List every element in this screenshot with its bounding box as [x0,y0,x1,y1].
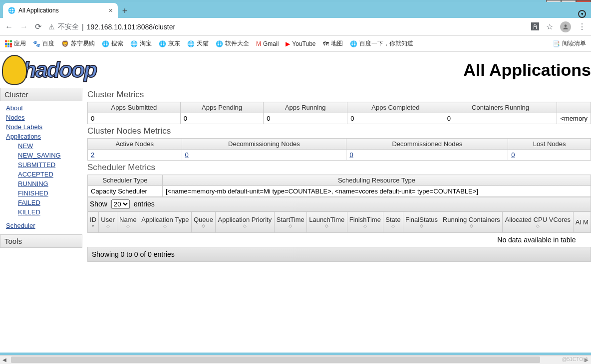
td-value: 0 [347,113,444,124]
nav-about[interactable]: About [6,103,82,113]
col-id[interactable]: ID▾ [88,212,99,233]
col-apptype[interactable]: Application Type◇ [139,212,191,233]
hadoop-logo: hadoop [2,55,96,85]
separator: | [82,23,84,31]
nav-nodes[interactable]: Nodes [6,113,82,122]
svg-point-0 [565,24,567,27]
applications-table: ID▾ User◇ Name◇ Application Type◇ Queue◇… [87,211,591,247]
col-queue[interactable]: Queue◇ [191,212,215,233]
reload-button[interactable]: ⟳ [35,22,41,31]
nodes-metrics-table: Active Nodes Decommissioning Nodes Decom… [87,138,591,161]
scroll-left-icon[interactable]: ◀ [0,357,9,363]
sidebar-heading-tools[interactable]: Tools [0,234,82,248]
decommissioning-link[interactable]: 0 [185,151,189,159]
bookmark-maps[interactable]: 🗺地图 [323,39,343,48]
sort-icon: ◇ [277,223,304,228]
insecure-icon: ⚠ [48,23,55,31]
col-starttime[interactable]: StartTime◇ [274,212,306,233]
menu-icon[interactable]: ⋮ [578,22,586,31]
new-tab-button[interactable]: + [118,4,132,18]
active-nodes-link[interactable]: 2 [91,151,94,159]
url-field[interactable]: ⚠ 不安全 | 192.168.10.101:8088/cluster [48,22,524,31]
translate-icon[interactable]: 🅰 [531,22,539,31]
tab-search-icon[interactable]: ▾ [578,10,586,18]
reading-list-button[interactable]: 📑阅读清单 [553,39,586,48]
cluster-metrics-heading: Cluster Metrics [87,88,591,102]
sort-icon: ▾ [90,223,96,228]
nav-state-new[interactable]: NEW [18,141,82,151]
sort-icon: ◇ [442,223,500,228]
browser-tab[interactable]: 🌐 All Applications × [3,3,118,18]
nav-state-accepted[interactable]: ACCEPTED [18,170,82,179]
profile-avatar[interactable] [560,21,571,32]
bookmark-suning[interactable]: 🦁苏宁易购 [61,39,95,48]
sort-icon: ◇ [218,223,272,228]
sort-icon: ◇ [405,223,438,228]
insecure-label: 不安全 [58,22,79,31]
nav-state-new-saving[interactable]: NEW_SAVING [18,151,82,160]
td-value: 0 [88,113,181,124]
col-user[interactable]: User◇ [99,212,117,233]
watermark: @51CTO博 [562,356,588,363]
no-data-row: No data available in table [88,233,591,247]
sort-icon: ◇ [385,223,401,228]
horizontal-scrollbar[interactable]: ◀ ▶ [0,355,591,364]
scrollbar-thumb[interactable] [11,357,540,363]
sidebar-heading-cluster[interactable]: Cluster [0,88,82,101]
tab-close-icon[interactable]: × [109,6,113,14]
col-finalstatus[interactable]: FinalStatus◇ [403,212,440,233]
nav-state-failed[interactable]: FAILED [18,198,82,207]
col-priority[interactable]: Application Priority◇ [216,212,274,233]
td-value: <memory [557,113,591,124]
decommissioned-link[interactable]: 0 [349,151,353,159]
col-state[interactable]: State◇ [383,212,403,233]
nav-scheduler[interactable]: Scheduler [6,221,82,230]
nav-state-finished[interactable]: FINISHED [18,188,82,198]
nav-applications[interactable]: Applications [6,132,82,141]
forward-button[interactable]: → [20,22,28,31]
bookmark-taobao[interactable]: 🌐淘宝 [130,39,152,48]
page-title: All Applications [463,60,591,80]
th-apps-pending: Apps Pending [180,102,264,113]
sort-icon: ◇ [141,223,189,228]
cluster-metrics-table: Apps Submitted Apps Pending Apps Running… [87,102,591,124]
th-resource-type: Scheduling Resource Type [163,175,591,186]
bookmark-software[interactable]: 🌐软件大全 [216,39,249,48]
bookmark-search[interactable]: 🌐搜索 [102,39,123,48]
col-alloc-mem[interactable]: Al M [573,212,591,233]
url-text: 192.168.10.101:8088/cluster [87,23,175,31]
elephant-icon [2,55,27,85]
apps-button[interactable]: 应用 [5,39,26,48]
nav-state-running[interactable]: RUNNING [18,179,82,188]
datatable-length: Show 20 entries [87,197,591,211]
scheduler-metrics-table: Scheduler Type Scheduling Resource Type … [87,175,591,197]
th-apps-submitted: Apps Submitted [88,102,181,113]
bookmark-jd[interactable]: 🌐京东 [159,39,180,48]
back-button[interactable]: ← [5,22,13,31]
col-running-containers[interactable]: Running Containers◇ [440,212,503,233]
bookmark-baidu[interactable]: 🐾百度 [33,39,54,48]
nav-state-killed[interactable]: KILLED [18,207,82,217]
col-finishtime[interactable]: FinishTime◇ [347,212,383,233]
datatable-info: Showing 0 to 0 of 0 entries [87,247,591,262]
address-bar: ← → ⟳ ⚠ 不安全 | 192.168.10.101:8088/cluste… [0,18,591,36]
col-name[interactable]: Name◇ [117,212,139,233]
sort-icon: ◇ [119,223,137,228]
col-launchtime[interactable]: LaunchTime◇ [306,212,347,233]
bookmark-baidu2[interactable]: 🌐百度一下，你就知道 [350,39,413,48]
lost-nodes-link[interactable]: 0 [511,151,515,159]
col-cpu-vcores[interactable]: Allocated CPU VCores◇ [503,212,574,233]
th-decommissioning: Decommissioning Nodes [182,139,346,150]
nav-node-labels[interactable]: Node Labels [6,122,82,132]
nav-state-submitted[interactable]: SUBMITTED [18,160,82,170]
th-scheduler-type: Scheduler Type [88,175,163,186]
entries-select[interactable]: 20 [111,199,130,209]
th-active-nodes: Active Nodes [88,139,182,150]
bookmark-tmall[interactable]: 🌐天猫 [187,39,209,48]
bookmark-star-icon[interactable]: ☆ [546,22,553,31]
bookmark-youtube[interactable]: ▶YouTube [286,40,315,47]
sort-icon: ◇ [101,223,115,228]
bookmark-gmail[interactable]: MGmail [256,40,279,47]
th-decommissioned: Decommissioned Nodes [346,139,508,150]
apps-icon [5,40,12,47]
